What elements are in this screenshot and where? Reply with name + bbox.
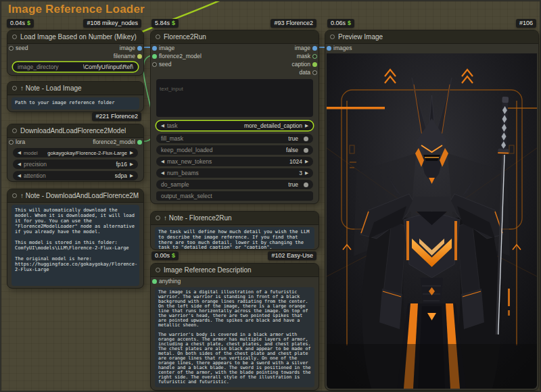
combo-left-arrow-icon[interactable]: ◀ [18,173,21,178]
slot-dot[interactable] [152,279,157,284]
combo-right-arrow-icon[interactable]: ▶ [130,173,133,178]
output-slot-filename[interactable]: filename [114,53,142,59]
widget-label: fill_mask [161,135,183,142]
exec-time-badge: 5.84s$ [151,19,179,28]
node-id-label: #221 Florence2 [95,113,138,120]
slot-label: seed [159,61,171,68]
node-header[interactable]: Image Reference Description [151,264,319,277]
slot-label: lora [16,139,25,145]
slot-dot[interactable] [152,54,157,59]
combo-left-arrow-icon[interactable]: ◀ [161,159,164,164]
input-slot-lora[interactable]: lora [9,139,25,145]
input-slot-image[interactable]: image [152,45,174,51]
toggle-icon[interactable] [304,182,308,187]
node-title: ↑ Note - Florence2Run [164,214,232,222]
node-title: Florence2Run [164,33,206,41]
widget-label: do_sample [161,181,189,188]
node-id-badge: #108 mikey_nodes [83,19,141,28]
collapse-icon[interactable] [12,193,17,198]
node-header[interactable]: ↑ Note - Florence2Run [151,212,319,225]
widget-label: task [167,122,178,129]
description-text[interactable]: The image is a digital illustration of a… [155,287,314,387]
widget-precision[interactable]: ◀ precision fp16 ▶ [13,160,138,169]
slot-dot[interactable] [137,54,142,59]
input-slot-anything[interactable]: anything [152,278,181,285]
node-header[interactable]: Preview Image [325,30,538,44]
output-slot-image[interactable]: image [120,45,142,51]
slot-dot[interactable] [312,46,317,51]
node-graph-canvas[interactable]: Image Reference Loader 0.04s$ #108 mikey… [0,0,541,392]
group-title[interactable]: Image Reference Loader [8,3,145,16]
combo-right-arrow-icon[interactable]: ▶ [130,150,133,155]
output-slot-florence2-model[interactable]: florence2_model [93,139,142,145]
node-header[interactable]: Load Image Based on Number (Mikey) [7,30,143,44]
input-slot-seed[interactable]: seed [152,61,171,68]
slot-dot[interactable] [9,46,14,51]
output-slot-image[interactable]: image [295,45,317,51]
exec-time: 5.84s [155,20,170,26]
combo-right-arrow-icon[interactable]: ▶ [130,162,133,167]
widget-do-sample[interactable]: do_sample true [156,180,313,189]
collapse-icon[interactable] [156,216,160,220]
widget-num-beams[interactable]: ◀ num_beams 3 ▶ [156,168,313,178]
combo-left-arrow-icon[interactable]: ◀ [161,123,164,128]
widget-model[interactable]: ◀ model gokaygokay/Florence-2-Flux-Large… [13,148,138,157]
combo-left-arrow-icon[interactable]: ◀ [161,170,164,176]
output-slot-data[interactable]: data [299,69,317,76]
widget-value: sdpa [115,172,127,179]
collapse-icon[interactable] [12,128,17,133]
slot-label: data [299,69,310,76]
slot-dot[interactable] [137,46,142,51]
slot-dot[interactable] [327,46,331,51]
slot-dot[interactable] [152,62,157,67]
slot-dot[interactable] [312,70,317,75]
node-header[interactable]: ↑ Note - DownloadAndLoadFlorence2Model [7,189,143,203]
widget-task[interactable]: ◀ task more_detailed_caption ▶ [156,121,313,130]
node-id-badge: #102 Easy-Use [268,251,316,260]
node-id-badge: #221 Florence2 [92,112,141,121]
collapse-icon[interactable] [330,34,335,39]
widget-output-mask-select[interactable]: output_mask_select [156,191,313,201]
text-input-field[interactable]: text_input [156,79,313,117]
collapse-icon[interactable] [12,86,17,91]
node-header[interactable]: DownloadAndLoadFlorence2Model [7,124,143,138]
node-title: Load Image Based on Number (Mikey) [20,33,137,41]
slot-dot[interactable] [312,62,317,67]
widget-image-directory[interactable]: image_directory \ComfyUI\input\Ref\ [13,62,138,72]
widget-value: 1024 [289,158,302,165]
input-slot-images[interactable]: images [327,45,352,51]
widget-fill-mask[interactable]: fill_mask true [156,134,313,143]
widget-label: max_new_tokens [167,158,212,165]
slot-dot[interactable] [9,140,14,145]
slot-dot[interactable] [137,140,142,145]
slot-dot[interactable] [152,46,157,51]
note-text[interactable]: The task will define how much detail you… [155,227,314,249]
toggle-icon[interactable] [304,137,308,141]
combo-left-arrow-icon[interactable]: ◀ [18,150,21,155]
widget-max-new-tokens[interactable]: ◀ max_new_tokens 1024 ▶ [156,157,313,166]
note-text[interactable]: This will automatically download the mod… [11,205,139,286]
node-id-label: #102 Easy-Use [271,252,313,259]
slot-dot[interactable] [312,54,317,59]
collapse-icon[interactable] [156,268,160,272]
combo-left-arrow-icon[interactable]: ◀ [18,162,21,167]
widget-attention[interactable]: ◀ attention sdpa ▶ [13,171,138,180]
toggle-icon[interactable] [304,148,308,153]
output-slot-mask[interactable]: mask [297,53,317,59]
output-slot-caption[interactable]: caption [292,61,317,68]
widget-keep-model-loaded[interactable]: keep_model_loaded false [156,145,313,155]
input-slot-florence2-model[interactable]: florence2_model [152,53,202,59]
collapse-icon[interactable] [12,34,17,39]
input-slot-seed[interactable]: seed [9,45,28,51]
node-load-image: Load Image Based on Number (Mikey) seed … [7,30,144,76]
collapse-icon[interactable] [156,34,160,39]
widget-value: 3 [299,170,302,176]
note-text[interactable]: Path to your image reference folder [11,97,139,109]
node-header[interactable]: Florence2Run [151,30,319,44]
combo-right-arrow-icon[interactable]: ▶ [305,170,308,176]
combo-right-arrow-icon[interactable]: ▶ [305,159,308,164]
combo-right-arrow-icon[interactable]: ▶ [305,123,308,128]
node-header[interactable]: ↑ Note - Load Image [7,82,143,95]
warrior-illustration [327,53,537,389]
node-download-florence2-model: DownloadAndLoadFlorence2Model lora flore… [7,124,144,182]
